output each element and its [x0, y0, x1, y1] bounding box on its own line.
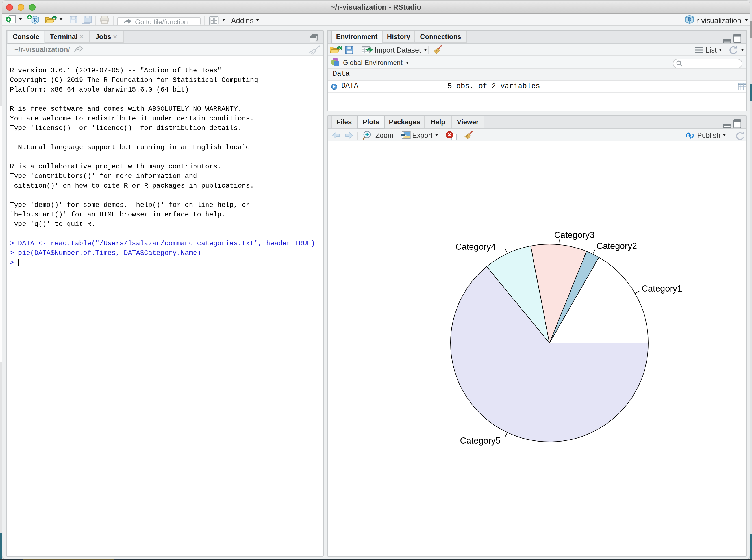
svg-text:Category2: Category2 [597, 241, 637, 251]
svg-text:Category3: Category3 [554, 230, 594, 240]
svg-text:Category5: Category5 [460, 435, 500, 445]
svg-text:Category1: Category1 [642, 283, 682, 293]
svg-text:Category4: Category4 [455, 242, 496, 252]
svg-text:R: R [33, 17, 37, 23]
svg-text:R: R [688, 16, 692, 22]
